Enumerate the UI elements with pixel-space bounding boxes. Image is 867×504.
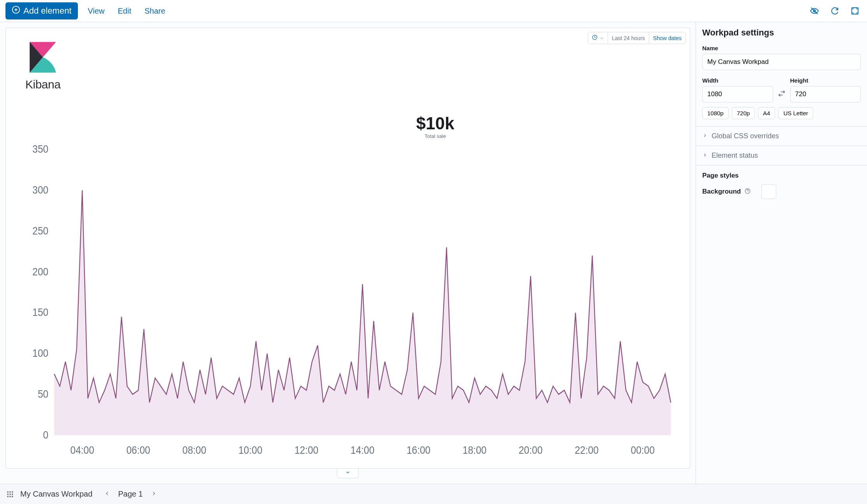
fullscreen-icon[interactable] — [848, 4, 862, 18]
svg-text:200: 200 — [32, 265, 48, 278]
svg-rect-32 — [12, 491, 13, 492]
metric-value: $10k — [416, 114, 455, 133]
time-filter-quick-select[interactable] — [588, 32, 608, 44]
svg-text:08:00: 08:00 — [182, 444, 206, 456]
global-css-overrides-accordion[interactable]: Global CSS overrides — [696, 127, 867, 146]
time-filter-range-label[interactable]: Last 24 hours — [608, 32, 649, 44]
accordion-status-label: Element status — [712, 152, 758, 160]
page-styles-heading: Page styles — [696, 166, 867, 184]
canvas-area: Last 24 hours Show dates Kibana $10k Tot… — [0, 22, 696, 484]
workpad-page[interactable]: Last 24 hours Show dates Kibana $10k Tot… — [5, 28, 690, 469]
page-tray-toggle[interactable] — [337, 468, 359, 478]
swap-icon — [778, 93, 786, 99]
chart-svg: 05010015020025030035004:0006:0008:0010:0… — [18, 141, 678, 460]
plus-circle-icon — [12, 5, 20, 16]
svg-rect-38 — [12, 496, 13, 497]
chevron-right-icon — [702, 152, 708, 160]
chevron-down-icon — [344, 471, 351, 476]
chevron-left-icon — [104, 492, 110, 498]
svg-rect-35 — [12, 493, 13, 495]
svg-text:06:00: 06:00 — [126, 444, 150, 456]
svg-rect-30 — [7, 491, 9, 492]
accordion-css-label: Global CSS overrides — [712, 132, 779, 140]
hide-editing-controls-icon[interactable] — [808, 4, 821, 18]
top-toolbar: Add element View Edit Share — [0, 0, 867, 22]
svg-rect-33 — [7, 493, 9, 495]
prev-page-button[interactable] — [102, 489, 112, 499]
svg-text:350: 350 — [32, 143, 48, 155]
kibana-logo-icon — [25, 40, 60, 75]
page-indicator: Page 1 — [114, 490, 146, 499]
element-status-accordion[interactable]: Element status — [696, 146, 867, 165]
svg-text:100: 100 — [32, 347, 48, 359]
preset-us-letter[interactable]: US Letter — [778, 107, 813, 119]
preset-1080p[interactable]: 1080p — [702, 107, 729, 119]
area-chart-element[interactable]: 05010015020025030035004:0006:0008:0010:0… — [18, 141, 678, 460]
footer-workpad-name: My Canvas Workpad — [20, 490, 92, 499]
svg-text:22:00: 22:00 — [575, 444, 599, 456]
svg-text:12:00: 12:00 — [294, 444, 318, 456]
svg-rect-36 — [7, 496, 9, 497]
preset-720p[interactable]: 720p — [732, 107, 755, 119]
workpad-name-input[interactable] — [702, 54, 861, 70]
svg-text:04:00: 04:00 — [70, 444, 94, 456]
workpad-height-input[interactable] — [790, 86, 861, 102]
add-element-button[interactable]: Add element — [5, 2, 78, 19]
preset-a4[interactable]: A4 — [758, 107, 775, 119]
workpad-footer: My Canvas Workpad Page 1 — [0, 484, 867, 504]
workpad-height-label: Height — [790, 77, 861, 84]
view-menu[interactable]: View — [85, 4, 108, 18]
svg-text:250: 250 — [32, 224, 48, 237]
svg-text:16:00: 16:00 — [407, 444, 430, 456]
chevron-right-icon — [151, 492, 157, 498]
metric-element[interactable]: $10k Total sale — [416, 114, 455, 139]
logo-text: Kibana — [25, 78, 60, 91]
background-label: Background — [702, 188, 741, 196]
time-filter-element[interactable]: Last 24 hours Show dates — [588, 32, 686, 44]
edit-menu[interactable]: Edit — [115, 4, 134, 18]
chevron-down-icon — [600, 35, 604, 41]
grid-icon[interactable] — [6, 490, 14, 498]
image-element-kibana-logo[interactable]: Kibana — [25, 40, 60, 91]
workpad-settings-sidebar: Workpad settings Name Width — [696, 22, 867, 484]
chevron-right-icon — [702, 132, 708, 140]
help-icon[interactable] — [745, 188, 751, 196]
sidebar-title: Workpad settings — [696, 22, 867, 45]
workpad-name-label: Name — [702, 45, 861, 51]
background-color-swatch[interactable] — [761, 184, 776, 199]
add-element-label: Add element — [23, 6, 72, 16]
svg-rect-37 — [9, 496, 11, 497]
svg-text:300: 300 — [32, 183, 48, 196]
refresh-icon[interactable] — [828, 4, 841, 18]
svg-text:0: 0 — [43, 428, 49, 441]
next-page-button[interactable] — [149, 489, 159, 499]
svg-text:150: 150 — [32, 306, 48, 319]
page-pager: Page 1 — [102, 489, 158, 499]
svg-rect-34 — [9, 493, 11, 495]
swap-dimensions-button[interactable] — [777, 90, 786, 102]
svg-text:50: 50 — [38, 388, 48, 400]
workpad-width-label: Width — [702, 77, 773, 84]
metric-sublabel: Total sale — [416, 133, 455, 139]
svg-rect-31 — [9, 491, 11, 492]
svg-text:14:00: 14:00 — [351, 444, 374, 456]
workpad-width-input[interactable] — [702, 86, 773, 102]
svg-text:18:00: 18:00 — [463, 444, 486, 456]
svg-text:20:00: 20:00 — [519, 444, 543, 456]
clock-icon — [592, 35, 597, 41]
svg-text:10:00: 10:00 — [238, 444, 262, 456]
svg-text:00:00: 00:00 — [631, 444, 655, 456]
time-filter-show-dates[interactable]: Show dates — [649, 32, 685, 44]
share-menu[interactable]: Share — [141, 4, 168, 18]
